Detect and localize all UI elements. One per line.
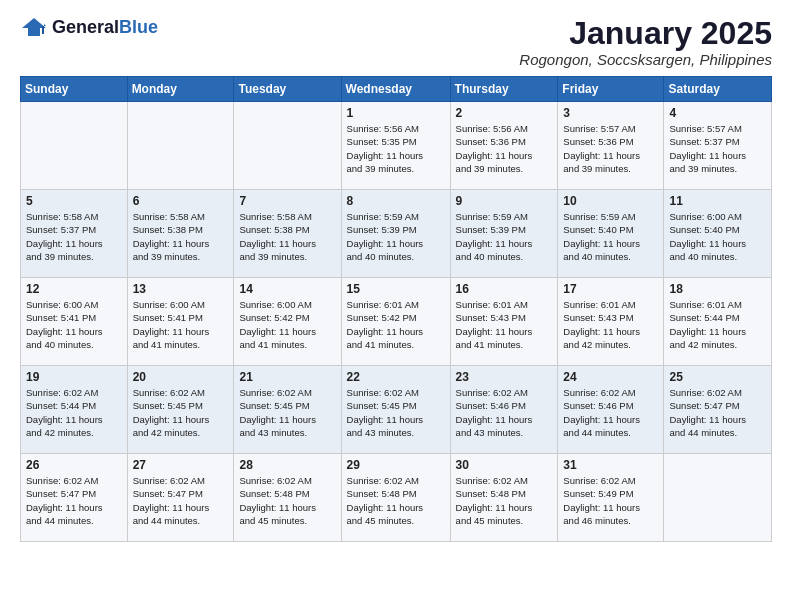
day-cell: 28Sunrise: 6:02 AM Sunset: 5:48 PM Dayli… [234,454,341,542]
day-number: 12 [26,282,122,296]
day-cell: 14Sunrise: 6:00 AM Sunset: 5:42 PM Dayli… [234,278,341,366]
week-row-3: 19Sunrise: 6:02 AM Sunset: 5:44 PM Dayli… [21,366,772,454]
day-number: 4 [669,106,766,120]
day-info: Sunrise: 6:02 AM Sunset: 5:48 PM Dayligh… [347,474,445,527]
week-row-1: 5Sunrise: 5:58 AM Sunset: 5:37 PM Daylig… [21,190,772,278]
logo: GeneralBlue [20,16,158,38]
day-number: 30 [456,458,553,472]
day-info: Sunrise: 6:00 AM Sunset: 5:41 PM Dayligh… [26,298,122,351]
day-number: 17 [563,282,658,296]
day-number: 3 [563,106,658,120]
day-info: Sunrise: 6:02 AM Sunset: 5:47 PM Dayligh… [26,474,122,527]
day-info: Sunrise: 5:59 AM Sunset: 5:39 PM Dayligh… [456,210,553,263]
day-info: Sunrise: 5:58 AM Sunset: 5:38 PM Dayligh… [133,210,229,263]
day-number: 15 [347,282,445,296]
day-cell: 27Sunrise: 6:02 AM Sunset: 5:47 PM Dayli… [127,454,234,542]
day-info: Sunrise: 5:56 AM Sunset: 5:35 PM Dayligh… [347,122,445,175]
weekday-header-wednesday: Wednesday [341,77,450,102]
day-cell: 23Sunrise: 6:02 AM Sunset: 5:46 PM Dayli… [450,366,558,454]
weekday-header-monday: Monday [127,77,234,102]
day-info: Sunrise: 5:57 AM Sunset: 5:37 PM Dayligh… [669,122,766,175]
weekday-header-saturday: Saturday [664,77,772,102]
day-info: Sunrise: 6:02 AM Sunset: 5:45 PM Dayligh… [347,386,445,439]
day-cell: 15Sunrise: 6:01 AM Sunset: 5:42 PM Dayli… [341,278,450,366]
month-title: January 2025 [519,16,772,51]
day-number: 20 [133,370,229,384]
day-cell: 16Sunrise: 6:01 AM Sunset: 5:43 PM Dayli… [450,278,558,366]
weekday-header-tuesday: Tuesday [234,77,341,102]
day-cell: 5Sunrise: 5:58 AM Sunset: 5:37 PM Daylig… [21,190,128,278]
day-cell [21,102,128,190]
day-number: 27 [133,458,229,472]
weekday-header-thursday: Thursday [450,77,558,102]
day-cell [127,102,234,190]
day-cell: 6Sunrise: 5:58 AM Sunset: 5:38 PM Daylig… [127,190,234,278]
weekday-header-row: SundayMondayTuesdayWednesdayThursdayFrid… [21,77,772,102]
week-row-2: 12Sunrise: 6:00 AM Sunset: 5:41 PM Dayli… [21,278,772,366]
day-info: Sunrise: 6:02 AM Sunset: 5:46 PM Dayligh… [456,386,553,439]
day-info: Sunrise: 6:02 AM Sunset: 5:49 PM Dayligh… [563,474,658,527]
day-info: Sunrise: 5:58 AM Sunset: 5:38 PM Dayligh… [239,210,335,263]
logo-text: GeneralBlue [52,17,158,38]
header: GeneralBlue January 2025 Rogongon, Soccs… [20,16,772,68]
day-info: Sunrise: 6:00 AM Sunset: 5:41 PM Dayligh… [133,298,229,351]
week-row-0: 1Sunrise: 5:56 AM Sunset: 5:35 PM Daylig… [21,102,772,190]
location-title: Rogongon, Soccsksargen, Philippines [519,51,772,68]
weekday-header-friday: Friday [558,77,664,102]
day-cell: 10Sunrise: 5:59 AM Sunset: 5:40 PM Dayli… [558,190,664,278]
day-cell: 13Sunrise: 6:00 AM Sunset: 5:41 PM Dayli… [127,278,234,366]
day-number: 29 [347,458,445,472]
day-info: Sunrise: 6:01 AM Sunset: 5:43 PM Dayligh… [456,298,553,351]
day-info: Sunrise: 6:01 AM Sunset: 5:44 PM Dayligh… [669,298,766,351]
day-info: Sunrise: 6:02 AM Sunset: 5:48 PM Dayligh… [239,474,335,527]
day-cell: 30Sunrise: 6:02 AM Sunset: 5:48 PM Dayli… [450,454,558,542]
day-number: 21 [239,370,335,384]
day-info: Sunrise: 6:02 AM Sunset: 5:44 PM Dayligh… [26,386,122,439]
day-number: 11 [669,194,766,208]
day-cell: 25Sunrise: 6:02 AM Sunset: 5:47 PM Dayli… [664,366,772,454]
day-info: Sunrise: 6:02 AM Sunset: 5:46 PM Dayligh… [563,386,658,439]
day-number: 8 [347,194,445,208]
day-cell [664,454,772,542]
day-cell: 11Sunrise: 6:00 AM Sunset: 5:40 PM Dayli… [664,190,772,278]
day-info: Sunrise: 6:00 AM Sunset: 5:42 PM Dayligh… [239,298,335,351]
day-number: 16 [456,282,553,296]
day-info: Sunrise: 6:02 AM Sunset: 5:47 PM Dayligh… [133,474,229,527]
logo-general: General [52,17,119,37]
day-cell: 2Sunrise: 5:56 AM Sunset: 5:36 PM Daylig… [450,102,558,190]
day-number: 14 [239,282,335,296]
day-info: Sunrise: 5:56 AM Sunset: 5:36 PM Dayligh… [456,122,553,175]
day-number: 26 [26,458,122,472]
day-info: Sunrise: 5:59 AM Sunset: 5:39 PM Dayligh… [347,210,445,263]
day-info: Sunrise: 5:59 AM Sunset: 5:40 PM Dayligh… [563,210,658,263]
day-info: Sunrise: 5:57 AM Sunset: 5:36 PM Dayligh… [563,122,658,175]
day-cell: 4Sunrise: 5:57 AM Sunset: 5:37 PM Daylig… [664,102,772,190]
logo-icon [20,16,48,38]
day-info: Sunrise: 6:02 AM Sunset: 5:45 PM Dayligh… [239,386,335,439]
day-number: 2 [456,106,553,120]
day-cell: 24Sunrise: 6:02 AM Sunset: 5:46 PM Dayli… [558,366,664,454]
day-info: Sunrise: 6:02 AM Sunset: 5:48 PM Dayligh… [456,474,553,527]
day-number: 25 [669,370,766,384]
day-cell: 3Sunrise: 5:57 AM Sunset: 5:36 PM Daylig… [558,102,664,190]
title-area: January 2025 Rogongon, Soccsksargen, Phi… [519,16,772,68]
day-cell: 20Sunrise: 6:02 AM Sunset: 5:45 PM Dayli… [127,366,234,454]
day-info: Sunrise: 6:01 AM Sunset: 5:43 PM Dayligh… [563,298,658,351]
day-number: 28 [239,458,335,472]
day-cell: 17Sunrise: 6:01 AM Sunset: 5:43 PM Dayli… [558,278,664,366]
day-cell: 29Sunrise: 6:02 AM Sunset: 5:48 PM Dayli… [341,454,450,542]
day-cell: 7Sunrise: 5:58 AM Sunset: 5:38 PM Daylig… [234,190,341,278]
day-number: 7 [239,194,335,208]
day-number: 19 [26,370,122,384]
day-number: 1 [347,106,445,120]
day-cell: 8Sunrise: 5:59 AM Sunset: 5:39 PM Daylig… [341,190,450,278]
day-cell: 26Sunrise: 6:02 AM Sunset: 5:47 PM Dayli… [21,454,128,542]
day-cell [234,102,341,190]
day-cell: 9Sunrise: 5:59 AM Sunset: 5:39 PM Daylig… [450,190,558,278]
day-info: Sunrise: 6:00 AM Sunset: 5:40 PM Dayligh… [669,210,766,263]
day-number: 31 [563,458,658,472]
day-number: 5 [26,194,122,208]
day-number: 6 [133,194,229,208]
day-info: Sunrise: 5:58 AM Sunset: 5:37 PM Dayligh… [26,210,122,263]
week-row-4: 26Sunrise: 6:02 AM Sunset: 5:47 PM Dayli… [21,454,772,542]
